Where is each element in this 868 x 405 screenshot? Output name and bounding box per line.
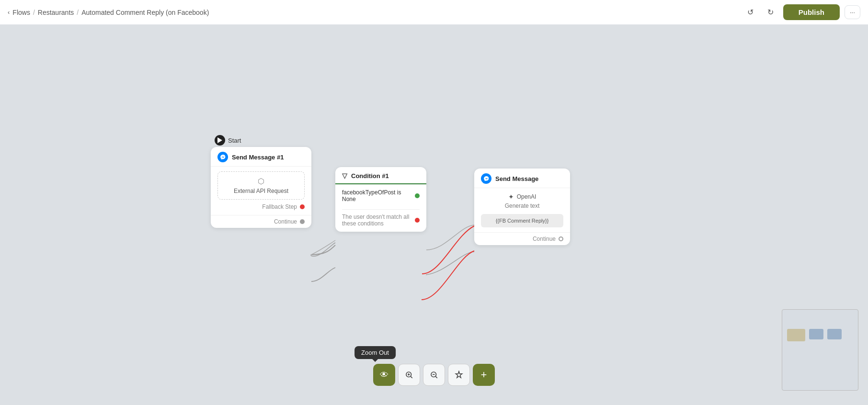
template-box: {{FB Comment Reply}} xyxy=(481,214,563,227)
api-icon: ⬡ xyxy=(258,177,264,186)
send-message-1-title: Send Message #1 xyxy=(232,154,284,161)
condition-row2: The user doesn't match all these conditi… xyxy=(342,214,420,227)
fallback-label: Fallback Step xyxy=(262,203,297,210)
condition-green-dot xyxy=(415,193,420,198)
svg-line-7 xyxy=(435,376,437,378)
add-icon: + xyxy=(481,369,487,381)
condition-row1: facebookTypeOfPost is None xyxy=(342,189,420,202)
condition-1-body: facebookTypeOfPost is None The user does… xyxy=(335,184,426,232)
send-message-2-body: ✦ OpenAI Generate text {{FB Comment Repl… xyxy=(474,188,570,232)
condition-divider xyxy=(342,209,420,210)
svg-line-4 xyxy=(411,376,412,378)
start-icon xyxy=(215,135,225,146)
more-dots: ··· xyxy=(850,9,855,16)
continue-dot-2 xyxy=(559,236,563,241)
zoom-in-icon xyxy=(405,371,413,379)
condition-red-dot xyxy=(415,218,420,223)
mini-node-2 xyxy=(809,329,823,339)
svg-marker-0 xyxy=(217,137,222,143)
send-message-1-continue: Continue xyxy=(211,215,311,228)
sparkle-icon xyxy=(455,371,463,379)
zoom-in-button[interactable] xyxy=(398,364,420,386)
api-box: ⬡ External API Request xyxy=(217,171,305,200)
send-message-2-continue: Continue xyxy=(474,232,570,245)
topbar: ‹ Flows / Restaurants / Automated Commen… xyxy=(0,0,868,25)
openai-icon: ✦ xyxy=(508,193,514,201)
send-message-1-header: Send Message #1 xyxy=(211,147,311,167)
eye-icon: 👁 xyxy=(380,370,388,380)
publish-button[interactable]: Publish xyxy=(783,4,840,20)
canvas: Start Send Message #1 ⬡ External API Req… xyxy=(0,25,868,405)
generate-text: Generate text xyxy=(481,202,563,209)
connector-svg xyxy=(0,50,868,405)
send-message-2-title: Send Message xyxy=(495,175,538,182)
sparkle-button[interactable] xyxy=(448,364,470,386)
zoom-tooltip: Zoom Out xyxy=(354,346,396,359)
condition-1-node[interactable]: ▽ Condition #1 facebookTypeOfPost is Non… xyxy=(335,167,426,232)
api-label: External API Request xyxy=(234,188,288,194)
messenger-icon-2 xyxy=(481,173,491,184)
condition-no-match-label: The user doesn't match all these conditi… xyxy=(342,214,411,227)
separator2: / xyxy=(77,9,79,16)
mini-node-3 xyxy=(827,329,842,339)
send-message-2-node[interactable]: Send Message ✦ OpenAI Generate text {{FB… xyxy=(474,169,570,245)
filter-icon: ▽ xyxy=(342,172,347,180)
start-label: Start xyxy=(228,137,241,144)
flows-link[interactable]: Flows xyxy=(12,9,30,16)
view-button[interactable]: 👁 xyxy=(373,364,395,386)
send-message-2-header: Send Message xyxy=(474,169,570,188)
page-title: Automated Comment Reply (on Facebook) xyxy=(81,9,209,16)
zoom-out-icon xyxy=(430,371,438,379)
messenger-icon xyxy=(217,152,228,162)
condition-field: facebookTypeOfPost is None xyxy=(342,189,415,202)
add-button[interactable]: + xyxy=(473,364,495,386)
zoom-out-button[interactable] xyxy=(423,364,445,386)
condition-1-header: ▽ Condition #1 xyxy=(335,167,426,184)
start-node: Start xyxy=(215,135,241,146)
breadcrumb: ‹ Flows / Restaurants / Automated Commen… xyxy=(8,9,209,16)
send-message-1-body: ⬡ External API Request Fallback Step xyxy=(211,167,311,215)
openai-row: ✦ OpenAI xyxy=(481,193,563,201)
fallback-dot xyxy=(300,204,305,209)
mini-node-1 xyxy=(787,329,805,341)
condition-1-title: Condition #1 xyxy=(351,172,389,180)
more-button[interactable]: ··· xyxy=(845,5,860,19)
send-message-1-node[interactable]: Send Message #1 ⬡ External API Request F… xyxy=(211,147,311,228)
topbar-right: ↺ ↻ Publish ··· xyxy=(743,4,860,20)
fallback-row: Fallback Step xyxy=(217,203,305,210)
separator1: / xyxy=(33,9,35,16)
connections-svg xyxy=(0,25,868,405)
back-icon[interactable]: ‹ xyxy=(8,9,10,16)
continue-label: Continue xyxy=(274,218,297,225)
minimap xyxy=(782,309,858,391)
continue-label-2: Continue xyxy=(533,236,556,242)
restaurants-link[interactable]: Restaurants xyxy=(38,9,74,16)
undo-button[interactable]: ↺ xyxy=(743,5,758,20)
bottom-toolbar: 👁 + xyxy=(373,364,495,386)
redo-button[interactable]: ↻ xyxy=(763,5,778,20)
continue-dot xyxy=(300,219,305,224)
openai-label: OpenAI xyxy=(517,193,537,200)
